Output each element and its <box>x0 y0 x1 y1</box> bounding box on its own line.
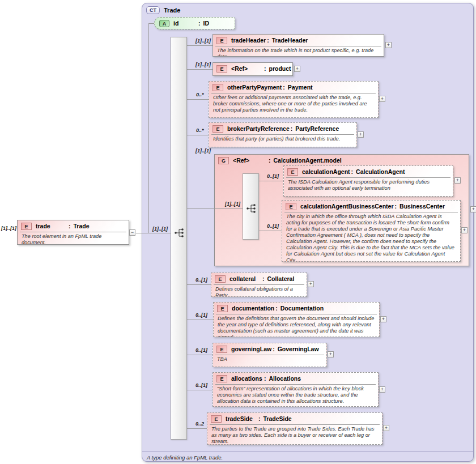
cardinality-label: [1]..[1] <box>196 62 211 67</box>
element-name: documentation <box>232 305 274 312</box>
element-tradeheader[interactable]: E tradeHeader : TradeHeader The informat… <box>212 34 384 57</box>
cardinality-label: 0..[1] <box>196 277 207 283</box>
element-brokerpartyreference[interactable]: E brokerPartyReference : PartyReference … <box>209 122 357 147</box>
colon-separator: : <box>275 305 278 312</box>
element-type: Documentation <box>280 305 324 312</box>
cardinality-label: [1]..[1] <box>196 148 211 154</box>
expand-icon[interactable]: + <box>379 96 385 102</box>
connector-line <box>148 23 149 233</box>
element-trade[interactable]: E trade : Trade The root element in an F… <box>17 220 129 245</box>
expand-icon[interactable]: + <box>328 351 334 357</box>
connector-line <box>187 99 209 100</box>
element-type: Collateral <box>267 275 295 283</box>
element-annotation: “Short-form” representation of allocatio… <box>213 385 378 406</box>
collapse-icon[interactable]: − <box>129 229 135 236</box>
element-annotation: The parties to the Trade are grouped int… <box>207 425 382 445</box>
element-collateral[interactable]: E collateral : Collateral Defines collat… <box>211 273 307 297</box>
group-icon: G <box>218 157 229 164</box>
element-icon: E <box>215 275 226 283</box>
expand-icon[interactable]: + <box>383 425 389 431</box>
connector-line <box>187 390 212 390</box>
element-icon: E <box>216 375 227 382</box>
colon-separator: : <box>198 20 201 27</box>
connector-line <box>187 69 212 70</box>
element-governinglaw[interactable]: E governingLaw : GoverningLaw TBA <box>212 343 327 367</box>
element-icon: E <box>212 125 223 133</box>
expand-icon[interactable]: + <box>379 386 385 393</box>
cardinality-label: [1]..[1] <box>196 38 211 44</box>
element-type: Allocations <box>269 375 301 382</box>
cardinality-label: 0..2 <box>196 421 204 427</box>
expand-icon[interactable]: + <box>358 131 364 138</box>
expand-icon[interactable]: + <box>470 206 476 212</box>
element-type: Trade <box>74 223 90 230</box>
element-type: TradeHeader <box>272 37 308 44</box>
element-product-ref[interactable]: E <Ref> : product <box>212 62 293 76</box>
colon-separator: : <box>269 157 271 164</box>
element-name: calculationAgentBusinessCenter <box>300 203 394 210</box>
attribute-type: ID <box>203 20 210 27</box>
cardinality-label: 0..[1] <box>267 173 279 179</box>
element-annotation: The ISDA Calculation Agent responsible f… <box>284 178 453 193</box>
element-calculationagentbusinesscenter[interactable]: E calculationAgentBusinessCenter : Busin… <box>282 200 461 262</box>
element-annotation: Defines collateral obiligations of a Par… <box>211 285 307 297</box>
expand-icon[interactable]: + <box>294 66 300 72</box>
cardinality-label: 0..* <box>196 92 204 97</box>
sequence-icon <box>173 227 186 239</box>
complex-type-annotation: A type definiting an FpML trade. <box>147 454 223 461</box>
expand-icon[interactable]: + <box>461 227 468 233</box>
element-name: brokerPartyReference <box>227 125 290 133</box>
element-documentation[interactable]: E documentation : Documentation Defines … <box>213 302 380 337</box>
element-name: allocations <box>231 375 263 382</box>
cardinality-label: 0..[1] <box>196 382 207 388</box>
expand-icon[interactable]: + <box>454 177 461 184</box>
connector-line <box>187 284 211 285</box>
cardinality-label: [1]..[1] <box>152 226 168 232</box>
element-annotation: The root element in an FpML trade docume… <box>18 232 129 245</box>
complex-type-icon: CT <box>146 6 160 14</box>
element-icon: E <box>216 346 227 353</box>
element-allocations[interactable]: E allocations : Allocations “Short-form”… <box>212 372 379 407</box>
element-name: trade <box>36 223 67 230</box>
element-annotation: TBA <box>213 355 326 364</box>
cardinality-label: [1]..[1] <box>1 225 16 231</box>
element-icon: E <box>217 305 228 312</box>
cardinality-label: 0..[1] <box>196 312 207 318</box>
attribute-icon: A <box>159 20 169 27</box>
element-name: tradeHeader <box>231 37 266 44</box>
colon-separator: : <box>395 203 397 210</box>
colon-separator: : <box>69 223 71 230</box>
colon-separator: : <box>283 84 285 91</box>
colon-separator: : <box>264 65 266 73</box>
element-otherpartypayment[interactable]: E otherPartyPayment : Payment Other fees… <box>209 81 379 118</box>
element-icon: E <box>216 37 227 44</box>
colon-separator: : <box>273 346 275 353</box>
element-icon: E <box>286 203 296 210</box>
cardinality-label: [1]..[1] <box>225 201 240 207</box>
expand-icon[interactable]: + <box>308 281 314 287</box>
expand-icon[interactable]: + <box>380 316 386 322</box>
connector-line <box>187 135 209 135</box>
cardinality-label: 0..[1] <box>267 223 279 229</box>
colon-separator: : <box>267 37 269 44</box>
connector-line <box>187 428 207 429</box>
connector-line <box>259 231 282 231</box>
element-name: collateral <box>230 275 261 283</box>
element-name: calculationAgent <box>302 168 350 176</box>
element-calculationagent[interactable]: E calculationAgent : CalculationAgent Th… <box>283 165 453 197</box>
connector-line <box>187 355 212 355</box>
footer-divider <box>142 452 473 452</box>
element-type: BusinessCenter <box>400 203 445 210</box>
group-type: CalculationAgent.model <box>274 157 342 164</box>
group-name: <Ref> <box>233 157 267 164</box>
element-annotation: Defines the definitions that govern the … <box>214 314 379 337</box>
attribute-id[interactable]: A id : ID <box>154 17 235 29</box>
element-icon: E <box>212 84 223 91</box>
element-annotation: The information on the trade which is no… <box>213 46 384 57</box>
element-tradeside[interactable]: E tradeSide : TradeSide The parties to t… <box>207 412 382 445</box>
element-icon: E <box>21 223 32 230</box>
connector-line <box>187 45 212 46</box>
expand-icon[interactable]: + <box>385 42 392 48</box>
connector-line <box>259 181 283 181</box>
element-annotation: The city in which the office through whi… <box>282 212 460 262</box>
